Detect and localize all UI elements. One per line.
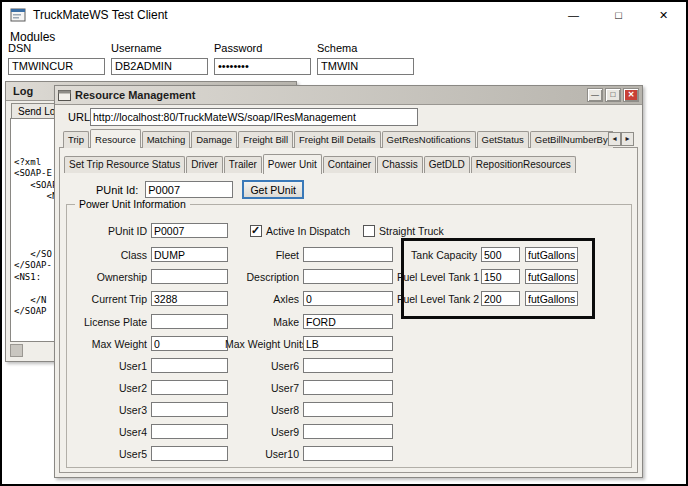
tab[interactable]: GetStatus [477,131,529,148]
tab[interactable]: Freight Bill [238,131,293,148]
sub-tab-strip: Set Trip Resource StatusDriverTrailerPow… [64,154,577,173]
tab[interactable]: GetResNotifications [382,131,476,148]
form-row: Axles [225,290,393,307]
field-label: Max Weight [69,338,151,350]
sub-tab[interactable]: Power Unit [263,154,322,174]
field-input[interactable] [303,402,393,417]
url-row: URL [68,108,418,126]
tab[interactable]: Trip [63,131,89,148]
field-input[interactable] [151,223,228,238]
checkbox-label: Straight Truck [379,225,444,237]
resource-window-icon [58,90,71,101]
scroll-left-icon[interactable]: ◂ [608,132,621,146]
field-label: Max Weight Units [225,338,303,350]
connection-field-label: Username [111,42,208,54]
checkbox-field[interactable]: Active In Dispatch [250,222,350,239]
field-input[interactable] [151,269,228,284]
field-input[interactable] [303,380,393,395]
field-input[interactable] [481,269,520,284]
field-input[interactable] [303,446,393,461]
checkbox-field[interactable]: Straight Truck [363,222,444,239]
sub-tab[interactable]: GetDLD [424,156,470,173]
field-label: Description [225,271,303,283]
field-input[interactable] [151,424,228,439]
field-input[interactable] [151,402,228,417]
form-row: PUnit ID [69,222,228,239]
scroll-right-icon[interactable]: ▸ [621,132,634,146]
field-input[interactable] [303,314,393,329]
field-label: Axles [225,293,303,305]
form-row: Fuel Level Tank 2 [397,290,578,307]
connection-field: Schema [317,42,414,75]
tab[interactable]: Freight Bill Details [294,131,381,148]
field-input[interactable] [151,446,228,461]
field-input[interactable] [303,291,393,306]
connection-field-label: DSN [8,42,105,54]
close-icon[interactable]: ✕ [641,2,686,28]
field-input[interactable] [151,291,228,306]
main-titlebar[interactable]: TruckMateWS Test Client — □ ✕ [2,2,686,28]
field-unit-input[interactable] [525,247,578,262]
field-input[interactable] [151,380,228,395]
connection-field-input[interactable] [317,58,414,75]
resource-titlebar[interactable]: Resource Management — □ ✕ [55,86,642,105]
checkbox-label: Active In Dispatch [266,225,350,237]
field-input[interactable] [151,314,228,329]
tab[interactable]: Damage [191,131,237,148]
form-row: User4 [69,423,228,440]
connection-field-input[interactable] [8,58,105,75]
resource-caption-buttons: — □ ✕ [587,88,639,102]
sub-tab[interactable]: Driver [186,156,223,173]
sub-tab[interactable]: Set Trip Resource Status [64,156,185,173]
form-row: Ownership [69,268,228,285]
field-input[interactable] [303,424,393,439]
caption-buttons: — □ ✕ [551,2,686,28]
minimize-icon[interactable]: — [587,88,603,102]
main-window-title: TruckMateWS Test Client [33,8,168,22]
field-input[interactable] [481,247,520,262]
sub-tab[interactable]: Trailer [224,156,262,173]
sub-tab[interactable]: RepositionResources [471,156,576,173]
minimize-icon[interactable]: — [551,2,596,28]
group-title: Power Unit Information [75,198,190,210]
field-unit-input[interactable] [525,291,578,306]
tab[interactable]: Resource [90,129,141,148]
field-label: Current Trip [69,293,151,305]
maximize-icon[interactable]: □ [605,88,621,102]
checkbox[interactable] [363,225,375,237]
connection-field-input[interactable] [111,58,208,75]
field-input[interactable] [151,247,228,262]
field-input[interactable] [303,269,393,284]
maximize-icon[interactable]: □ [596,2,641,28]
form-row: Fuel Level Tank 1 [397,268,578,285]
log-scroll-corner [10,344,23,357]
sub-tab[interactable]: Chassis [377,156,423,173]
close-icon[interactable]: ✕ [623,88,639,102]
field-label: Make [225,316,303,328]
url-input[interactable] [90,108,418,126]
connection-field-input[interactable] [214,58,311,75]
get-punit-button[interactable]: Get PUnit [242,180,304,199]
field-input[interactable] [481,291,520,306]
field-input[interactable] [303,358,393,373]
form-row: License Plate [69,313,228,330]
connection-field-label: Password [214,42,311,54]
form-row: User3 [69,401,228,418]
field-input[interactable] [151,336,228,351]
checkbox[interactable] [250,225,262,237]
field-input[interactable] [151,358,228,373]
tab[interactable]: Matching [142,131,191,148]
resource-tab-content: Set Trip Resource StatusDriverTrailerPow… [59,147,638,473]
field-input[interactable] [303,336,393,351]
tab[interactable]: GetBillNumberByResource [530,131,613,148]
field-unit-input[interactable] [525,269,578,284]
punit-id-input[interactable] [145,181,233,198]
form-row: Fleet [225,246,393,263]
resource-management-window: Resource Management — □ ✕ URL TripResour… [54,85,643,478]
field-label: User9 [225,426,303,438]
field-label: Fuel Level Tank 1 [397,271,481,283]
sub-tab[interactable]: Container [323,156,376,173]
form-row: User10 [225,445,393,462]
field-label: Ownership [69,271,151,283]
field-input[interactable] [303,247,393,262]
